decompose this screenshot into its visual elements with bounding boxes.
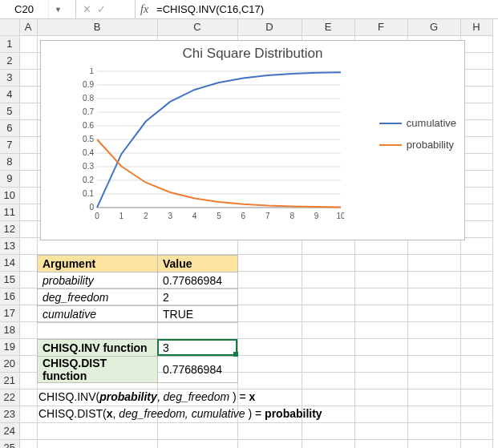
cell[interactable] bbox=[19, 237, 37, 254]
formula-input[interactable] bbox=[153, 0, 498, 18]
cell[interactable] bbox=[19, 422, 37, 439]
cell[interactable] bbox=[354, 389, 407, 406]
cell[interactable] bbox=[19, 103, 37, 119]
cell[interactable] bbox=[407, 406, 460, 422]
cell[interactable] bbox=[354, 271, 407, 288]
cell[interactable] bbox=[237, 338, 302, 355]
row-header[interactable]: 23 bbox=[0, 406, 19, 422]
cell[interactable] bbox=[460, 136, 492, 153]
cell[interactable] bbox=[237, 288, 302, 305]
row-header[interactable]: 17 bbox=[0, 305, 19, 321]
cell[interactable] bbox=[460, 355, 492, 372]
row-header[interactable]: 19 bbox=[0, 338, 19, 355]
cell[interactable] bbox=[19, 52, 37, 69]
row-header[interactable]: 11 bbox=[0, 204, 19, 220]
row-header[interactable]: 25 bbox=[0, 439, 19, 448]
row-header[interactable]: 12 bbox=[0, 220, 19, 237]
cell[interactable] bbox=[460, 439, 492, 448]
table-cell[interactable]: 2 bbox=[158, 289, 238, 306]
row-header[interactable]: 10 bbox=[0, 187, 19, 204]
cell[interactable] bbox=[302, 254, 354, 271]
cell[interactable] bbox=[19, 86, 37, 103]
cell[interactable] bbox=[19, 220, 37, 237]
cell[interactable] bbox=[237, 271, 302, 288]
cell[interactable] bbox=[237, 422, 302, 439]
cell[interactable] bbox=[460, 288, 492, 305]
cell[interactable] bbox=[460, 237, 492, 254]
fx-icon[interactable]: fx bbox=[136, 0, 153, 18]
cell[interactable] bbox=[157, 321, 237, 338]
cell[interactable] bbox=[19, 389, 37, 406]
chart[interactable]: Chi Square Distribution 00.10.20.30.40.5… bbox=[40, 40, 465, 240]
cell[interactable] bbox=[460, 52, 492, 69]
cell[interactable] bbox=[237, 254, 302, 271]
cell[interactable] bbox=[302, 338, 354, 355]
cell[interactable] bbox=[237, 439, 302, 448]
table-cell[interactable]: deg_freedom bbox=[38, 289, 158, 306]
cell[interactable] bbox=[460, 406, 492, 422]
row-header[interactable]: 8 bbox=[0, 153, 19, 170]
cell[interactable] bbox=[37, 439, 157, 448]
cell[interactable] bbox=[19, 153, 37, 170]
row-header[interactable]: 20 bbox=[0, 355, 19, 372]
col-header[interactable]: B bbox=[37, 19, 157, 35]
cell[interactable] bbox=[460, 422, 492, 439]
cell[interactable] bbox=[237, 372, 302, 389]
cell[interactable] bbox=[237, 321, 302, 338]
cell[interactable] bbox=[37, 321, 157, 338]
row-header[interactable]: 15 bbox=[0, 271, 19, 288]
col-header[interactable]: D bbox=[237, 19, 302, 35]
cell[interactable] bbox=[157, 422, 237, 439]
cell[interactable] bbox=[19, 372, 37, 389]
row-header[interactable]: 3 bbox=[0, 69, 19, 86]
cell[interactable] bbox=[354, 406, 407, 422]
cell[interactable] bbox=[354, 422, 407, 439]
cell-ref-input[interactable] bbox=[0, 0, 48, 18]
cell[interactable] bbox=[460, 204, 492, 220]
cell[interactable] bbox=[460, 103, 492, 119]
cell[interactable] bbox=[460, 305, 492, 321]
cell[interactable] bbox=[19, 406, 37, 422]
cell[interactable] bbox=[157, 439, 237, 448]
cell[interactable] bbox=[19, 321, 37, 338]
cell[interactable] bbox=[407, 372, 460, 389]
cell[interactable] bbox=[302, 439, 354, 448]
row-header[interactable]: 4 bbox=[0, 86, 19, 103]
table-cell[interactable]: CHISQ.INV function bbox=[38, 340, 158, 357]
name-box-dropdown[interactable]: ▼ bbox=[48, 0, 67, 18]
cell[interactable] bbox=[19, 439, 37, 448]
cell[interactable] bbox=[302, 305, 354, 321]
table-cell[interactable]: CHISQ.DIST function bbox=[38, 357, 158, 383]
cell[interactable] bbox=[19, 119, 37, 136]
cell[interactable] bbox=[460, 338, 492, 355]
row-header[interactable]: 7 bbox=[0, 136, 19, 153]
cell[interactable] bbox=[407, 389, 460, 406]
cell[interactable] bbox=[354, 321, 407, 338]
cancel-icon[interactable]: ✕ bbox=[81, 3, 92, 15]
col-header[interactable]: E bbox=[302, 19, 354, 35]
cell[interactable] bbox=[37, 422, 157, 439]
cell[interactable] bbox=[302, 422, 354, 439]
table-cell[interactable]: cumulative bbox=[38, 306, 158, 323]
cell[interactable] bbox=[19, 288, 37, 305]
cell[interactable] bbox=[460, 153, 492, 170]
col-header[interactable]: F bbox=[354, 19, 407, 35]
cell[interactable] bbox=[460, 372, 492, 389]
table-cell[interactable]: 3 bbox=[158, 340, 238, 357]
cell[interactable] bbox=[237, 355, 302, 372]
cell[interactable] bbox=[354, 338, 407, 355]
cell[interactable] bbox=[302, 372, 354, 389]
cell[interactable] bbox=[407, 271, 460, 288]
row-header[interactable]: 2 bbox=[0, 52, 19, 69]
row-header[interactable]: 16 bbox=[0, 288, 19, 305]
cell[interactable] bbox=[302, 288, 354, 305]
cell[interactable] bbox=[407, 338, 460, 355]
cell[interactable] bbox=[407, 439, 460, 448]
name-box[interactable]: ▼ bbox=[0, 0, 76, 18]
table-cell[interactable]: 0.77686984 bbox=[158, 357, 238, 383]
cell[interactable] bbox=[19, 170, 37, 187]
cell[interactable] bbox=[302, 271, 354, 288]
row-header[interactable]: 9 bbox=[0, 170, 19, 187]
table-cell[interactable]: TRUE bbox=[158, 306, 238, 323]
select-all-corner[interactable] bbox=[0, 19, 19, 35]
